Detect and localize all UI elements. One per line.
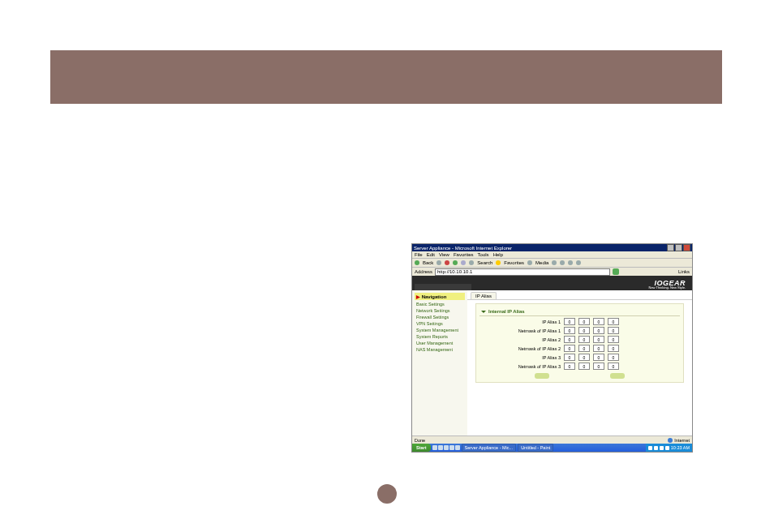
ip-octet-input[interactable]: 0 bbox=[564, 354, 575, 361]
taskbar-button-ie[interactable]: Server Appliance - Mic... bbox=[462, 444, 517, 452]
stop-icon[interactable] bbox=[445, 260, 449, 265]
ip-octet-input[interactable]: 0 bbox=[578, 327, 590, 334]
tray-icon[interactable] bbox=[660, 446, 664, 450]
ip-octet-input[interactable]: 0 bbox=[608, 345, 619, 352]
ip-octet-input[interactable]: 0 bbox=[593, 327, 604, 334]
ip-octet-input[interactable]: 0 bbox=[608, 354, 619, 361]
field-label: IP Alias 2 bbox=[504, 337, 561, 342]
ip-octet-input[interactable]: 0 bbox=[593, 336, 604, 343]
form-heading: Internal IP Alias bbox=[479, 307, 680, 316]
tab-row: IP Alias bbox=[467, 290, 692, 300]
field-row-netmask-1: Netmask of IP Alias 1 0 0 0 0 bbox=[504, 327, 680, 334]
ql-icon[interactable] bbox=[438, 445, 443, 450]
quick-launch bbox=[432, 445, 460, 450]
back-label[interactable]: Back bbox=[423, 260, 433, 265]
brand-tagline: New Thinking. New Style. bbox=[649, 285, 686, 290]
ip-octet-input[interactable]: 0 bbox=[608, 327, 619, 334]
status-bar: Done Internet bbox=[412, 435, 692, 444]
sidebar-item-basic-settings[interactable]: Basic Settings bbox=[415, 301, 465, 307]
sidebar-item-network-settings[interactable]: Network Settings bbox=[415, 307, 465, 314]
sidebar-item-system-management[interactable]: System Management bbox=[415, 327, 465, 333]
sidebar-item-user-management[interactable]: User Management bbox=[415, 340, 465, 346]
menu-file[interactable]: File bbox=[415, 252, 423, 257]
ip-octet-input[interactable]: 0 bbox=[593, 318, 604, 325]
links-label[interactable]: Links bbox=[678, 269, 690, 274]
ip-octet-input[interactable]: 0 bbox=[578, 345, 590, 352]
ip-octet-input[interactable]: 0 bbox=[608, 318, 619, 325]
sidebar-item-firewall-settings[interactable]: Firewall Settings bbox=[415, 314, 465, 320]
address-label: Address bbox=[415, 269, 432, 274]
sidebar-item-vpn-settings[interactable]: VPN Settings bbox=[415, 320, 465, 327]
maximize-icon[interactable] bbox=[675, 244, 682, 251]
form-box: Internal IP Alias IP Alias 1 0 0 0 0 Net… bbox=[475, 303, 684, 383]
ip-octet-input[interactable]: 0 bbox=[578, 336, 590, 343]
brand-bar: IOGEAR New Thinking. New Style. bbox=[412, 276, 692, 290]
ip-octet-input[interactable]: 0 bbox=[564, 363, 575, 370]
field-row-ip-alias-2: IP Alias 2 0 0 0 0 bbox=[504, 336, 680, 343]
field-row-netmask-2: Netmask of IP Alias 2 0 0 0 0 bbox=[504, 345, 680, 352]
sidebar-item-nas-management[interactable]: NAS Management bbox=[415, 346, 465, 353]
ip-octet-input[interactable]: 0 bbox=[593, 345, 604, 352]
screenshot-ie-window: Server Appliance - Microsoft Internet Ex… bbox=[411, 243, 693, 453]
search-label[interactable]: Search bbox=[477, 260, 492, 265]
print-icon[interactable] bbox=[568, 260, 573, 265]
refresh-icon[interactable] bbox=[453, 260, 458, 265]
field-row-ip-alias-1: IP Alias 1 0 0 0 0 bbox=[504, 318, 680, 325]
taskbar: Start Server Appliance - Mic... Untitled… bbox=[412, 444, 692, 452]
field-label: IP Alias 1 bbox=[504, 320, 561, 324]
history-icon[interactable] bbox=[552, 260, 557, 265]
chevron-down-icon bbox=[481, 311, 486, 313]
minimize-icon[interactable] bbox=[667, 244, 674, 251]
menu-help[interactable]: Help bbox=[493, 252, 503, 257]
sidebar-item-system-reports[interactable]: System Reports bbox=[415, 333, 465, 340]
tray-icon[interactable] bbox=[648, 446, 652, 450]
ip-octet-input[interactable]: 0 bbox=[564, 327, 575, 334]
taskbar-button-paint[interactable]: Untitled - Paint bbox=[518, 444, 553, 452]
ip-octet-input[interactable]: 0 bbox=[564, 336, 575, 343]
forward-icon[interactable] bbox=[436, 260, 441, 265]
apply-button[interactable] bbox=[535, 373, 549, 379]
ip-octet-input[interactable]: 0 bbox=[608, 363, 619, 370]
tab-ip-alias[interactable]: IP Alias bbox=[471, 292, 497, 299]
system-tray: 10:23 AM bbox=[646, 444, 692, 452]
tray-icon[interactable] bbox=[654, 446, 658, 450]
field-label: Netmask of IP Alias 1 bbox=[504, 328, 561, 333]
cancel-button[interactable] bbox=[610, 373, 625, 379]
favorites-label[interactable]: Favorites bbox=[504, 260, 524, 265]
back-icon[interactable] bbox=[415, 260, 419, 265]
tray-icon[interactable] bbox=[665, 446, 669, 450]
close-icon[interactable] bbox=[683, 244, 690, 251]
media-label[interactable]: Media bbox=[535, 260, 548, 265]
home-icon[interactable] bbox=[461, 260, 466, 265]
ip-octet-input[interactable]: 0 bbox=[564, 318, 575, 325]
field-label: Netmask of IP Alias 3 bbox=[504, 364, 561, 369]
menu-view[interactable]: View bbox=[439, 252, 449, 257]
ql-icon[interactable] bbox=[432, 445, 437, 450]
menu-tools[interactable]: Tools bbox=[478, 252, 489, 257]
ip-octet-input[interactable]: 0 bbox=[578, 363, 590, 370]
ql-icon[interactable] bbox=[455, 445, 460, 450]
address-bar: Address http://10.10.10.1 Links bbox=[412, 267, 692, 276]
favorites-icon[interactable] bbox=[496, 260, 501, 265]
ip-octet-input[interactable]: 0 bbox=[578, 354, 590, 361]
ip-octet-input[interactable]: 0 bbox=[564, 345, 575, 352]
ql-icon[interactable] bbox=[449, 445, 454, 450]
status-text: Done bbox=[415, 438, 425, 443]
main-panel: IP Alias Internal IP Alias IP Alias 1 0 … bbox=[467, 290, 692, 436]
ip-octet-input[interactable]: 0 bbox=[578, 318, 590, 325]
start-button[interactable]: Start bbox=[412, 444, 431, 452]
go-button[interactable] bbox=[613, 268, 619, 275]
media-icon[interactable] bbox=[527, 260, 532, 265]
search-icon[interactable] bbox=[469, 260, 474, 265]
ip-octet-input[interactable]: 0 bbox=[593, 363, 604, 370]
edit-icon[interactable] bbox=[576, 260, 581, 265]
ql-icon[interactable] bbox=[444, 445, 449, 450]
mail-icon[interactable] bbox=[560, 260, 565, 265]
menu-favorites[interactable]: Favorites bbox=[454, 252, 474, 257]
page-number-circle bbox=[377, 484, 397, 504]
ip-octet-input[interactable]: 0 bbox=[593, 354, 604, 361]
clock: 10:23 AM bbox=[671, 445, 690, 450]
ip-octet-input[interactable]: 0 bbox=[608, 336, 619, 343]
menu-edit[interactable]: Edit bbox=[427, 252, 435, 257]
address-input[interactable]: http://10.10.10.1 bbox=[435, 268, 610, 276]
